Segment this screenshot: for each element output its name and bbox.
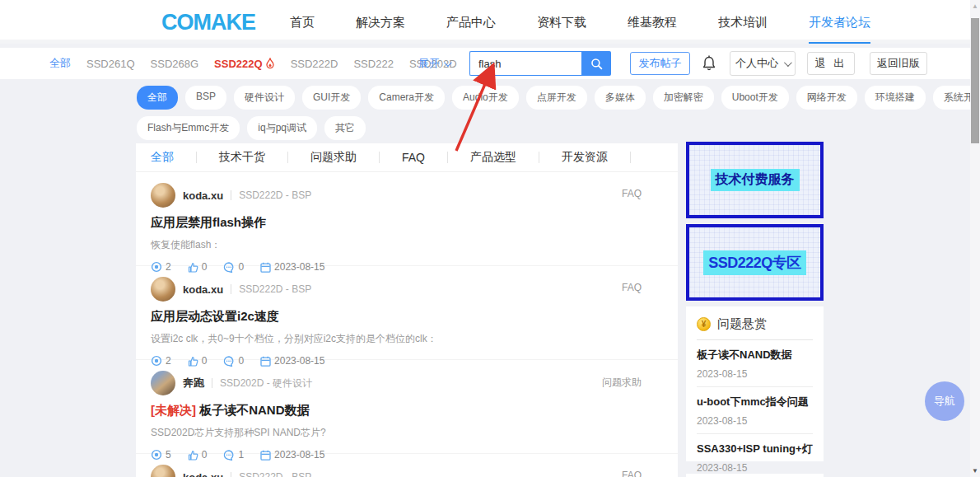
- main-nav: 首页 解决方案 产品中心 资料下载 维基教程 技术培训 开发者论坛: [290, 0, 870, 44]
- nav-home[interactable]: 首页: [290, 0, 315, 44]
- nav-wiki[interactable]: 维基教程: [628, 0, 677, 44]
- tag-chip-encryption[interactable]: 加密解密: [653, 86, 714, 110]
- tag-chip-uboot[interactable]: Uboot开发: [721, 86, 789, 110]
- tag-chip-other[interactable]: 其它: [324, 116, 366, 140]
- tag-chip-network[interactable]: 网络开发: [796, 86, 857, 110]
- back-old-version-button[interactable]: 返回旧版: [870, 52, 927, 75]
- post-author[interactable]: koda.xu: [183, 471, 223, 477]
- product-filters: 全部 SSD261Q SSD268G SSD222Q SSD222D SSD22…: [49, 48, 457, 79]
- reward-item-date: 2023-08-15: [697, 462, 813, 474]
- avatar[interactable]: [151, 465, 175, 477]
- filter-bar: 全部 SSD261Q SSD268G SSD222Q SSD222D SSD22…: [0, 48, 980, 79]
- post-title[interactable]: 应用层禁用flash操作: [151, 215, 642, 231]
- tag-chip-screen[interactable]: 点屏开发: [526, 86, 587, 110]
- banner-ssd222q-zone-label: SSD222Q专区: [703, 250, 806, 275]
- search-input[interactable]: [469, 51, 581, 76]
- reward-item[interactable]: SSA330+ISP tuning+灯… 2023-08-15: [697, 434, 813, 477]
- tag-chip-environment[interactable]: 环境搭建: [865, 86, 926, 110]
- scroll-up-arrow[interactable]: ▲: [970, 2, 980, 10]
- tab-faq[interactable]: FAQ: [402, 151, 425, 164]
- post-author[interactable]: 奔跑: [183, 376, 204, 390]
- product-filter-ssd222q[interactable]: SSD222Q: [214, 58, 275, 70]
- product-filter-label: SSD222Q: [214, 58, 263, 70]
- product-filter-ssd222d[interactable]: SSD222D: [291, 58, 338, 70]
- scrollbar-thumb[interactable]: [971, 18, 979, 143]
- reward-item[interactable]: u-boot下mmc指令问题 2023-08-15: [697, 387, 813, 434]
- post-header: koda.xu SSD222D - BSP FAQ: [151, 277, 642, 302]
- avatar[interactable]: [151, 183, 175, 208]
- tag-chip-bsp[interactable]: BSP: [185, 86, 226, 110]
- post-author[interactable]: koda.xu: [183, 189, 223, 202]
- tag-chip-audio[interactable]: Audio开发: [452, 86, 519, 110]
- avatar[interactable]: [151, 277, 175, 302]
- banner-paid-service[interactable]: 技术付费服务: [686, 142, 824, 218]
- tag-chip-iq-pq[interactable]: iq与pq调试: [247, 116, 317, 140]
- tab-resources[interactable]: 开发资源: [562, 150, 608, 165]
- post-row[interactable]: 奔跑 SSD202D - 硬件设计 问题求助 [未解决] 板子读不NAND数据 …: [136, 360, 678, 454]
- chip-row-2: Flash与Emmc开发 iq与pq调试 其它: [137, 116, 828, 140]
- tag-chip-all[interactable]: 全部: [137, 86, 178, 110]
- post-meta: SSD202D - 硬件设计: [220, 376, 312, 390]
- search-button[interactable]: [581, 51, 611, 76]
- tab-divider: [539, 152, 539, 163]
- reward-item[interactable]: 板子读不NAND数据 2023-08-15: [697, 340, 813, 387]
- post-row[interactable]: koda.xu SSD222D - BSP FAQ 应用层禁用flash操作 恢…: [136, 172, 678, 266]
- nav-developer-forum[interactable]: 开发者论坛: [809, 0, 870, 44]
- product-filter-ssd261q[interactable]: SSD261Q: [86, 58, 135, 70]
- post-row[interactable]: koda.xu SSD222D - BSP FAQ: [136, 454, 678, 477]
- reward-item-title[interactable]: SSA330+ISP tuning+灯…: [697, 442, 813, 456]
- nav-products[interactable]: 产品中心: [446, 0, 496, 44]
- nav-solutions[interactable]: 解决方案: [356, 0, 405, 44]
- tag-chip-hardware[interactable]: 硬件设计: [234, 86, 295, 110]
- post-title[interactable]: [未解决] 板子读不NAND数据: [151, 403, 642, 419]
- post-title[interactable]: 应用层动态设置i2c速度: [151, 309, 642, 325]
- post-author[interactable]: koda.xu: [183, 283, 223, 296]
- tab-divider: [630, 152, 631, 163]
- reward-questions-card: ¥ 问题悬赏 板子读不NAND数据 2023-08-15 u-boot下mmc指…: [686, 306, 824, 461]
- post-meta: SSD222D - BSP: [239, 189, 311, 201]
- gold-coin-icon: ¥: [697, 317, 711, 331]
- create-post-button[interactable]: 发布帖子: [630, 52, 690, 75]
- avatar[interactable]: [151, 371, 175, 395]
- reward-item-date: 2023-08-15: [697, 368, 813, 380]
- chip-row-1: 全部 BSP 硬件设计 GUI开发 Camera开发 Audio开发 点屏开发 …: [137, 86, 828, 110]
- comake-logo[interactable]: COMAKE: [161, 10, 255, 35]
- tab-help[interactable]: 问题求助: [310, 150, 357, 165]
- product-filter-ssd268g[interactable]: SSD268G: [151, 58, 199, 70]
- tag-chip-multimedia[interactable]: 多媒体: [595, 86, 646, 110]
- tab-tech[interactable]: 技术干货: [219, 150, 265, 165]
- post-title-text: 板子读不NAND数据: [196, 403, 310, 417]
- float-nav-button[interactable]: 导航: [925, 381, 964, 421]
- reward-item-title[interactable]: u-boot下mmc指令问题: [697, 395, 813, 409]
- tag-chip-camera[interactable]: Camera开发: [368, 86, 445, 110]
- expand-toggle[interactable]: 展开: [418, 48, 450, 79]
- post-category-badge: FAQ: [622, 188, 642, 199]
- product-filter-all[interactable]: 全部: [49, 56, 71, 71]
- tab-divider: [379, 152, 380, 163]
- post-title-text: 应用层禁用flash操作: [151, 215, 266, 229]
- tab-divider: [287, 152, 288, 163]
- user-center-label: 个人中心: [735, 56, 778, 71]
- scrollbar-track[interactable]: ▲ ▼: [970, 0, 980, 477]
- reward-item-title[interactable]: 板子读不NAND数据: [697, 348, 813, 362]
- post-meta: SSD222D - BSP: [239, 471, 311, 477]
- nav-downloads[interactable]: 资料下载: [537, 0, 586, 44]
- user-center-button[interactable]: 个人中心: [730, 51, 796, 76]
- scroll-down-arrow[interactable]: ▼: [970, 467, 980, 475]
- divider: [231, 284, 231, 294]
- notification-bell-icon[interactable]: [702, 55, 716, 75]
- post-header: koda.xu SSD222D - BSP FAQ: [151, 465, 642, 477]
- tag-chip-flash-emmc[interactable]: Flash与Emmc开发: [137, 116, 240, 140]
- logout-button[interactable]: 退 出: [807, 52, 855, 75]
- tab-all[interactable]: 全部: [151, 150, 174, 165]
- post-row[interactable]: koda.xu SSD222D - BSP FAQ 应用层动态设置i2c速度 设…: [136, 266, 678, 360]
- top-header: COMAKE 首页 解决方案 产品中心 资料下载 维基教程 技术培训 开发者论坛: [0, 0, 980, 44]
- reward-card-title: 问题悬赏: [717, 316, 767, 332]
- search-box: [469, 51, 611, 76]
- tab-selection[interactable]: 产品选型: [470, 150, 516, 165]
- tag-chip-gui[interactable]: GUI开发: [302, 86, 361, 110]
- post-category-badge: FAQ: [622, 470, 642, 477]
- nav-training[interactable]: 技术培训: [718, 0, 768, 44]
- product-filter-ssd222[interactable]: SSD222: [353, 58, 393, 70]
- banner-ssd222q-zone[interactable]: SSD222Q专区: [686, 224, 824, 301]
